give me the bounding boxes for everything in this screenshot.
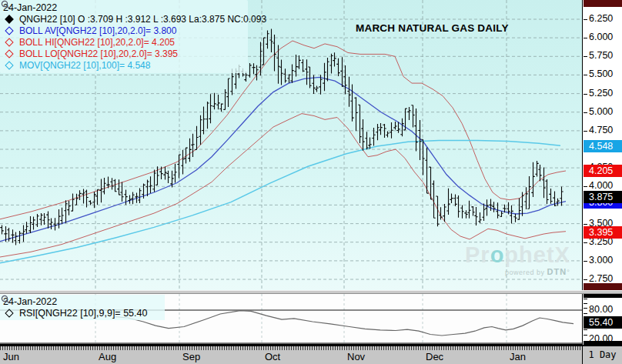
price-label-2.750: 2.750 [589, 273, 613, 284]
axis-tick [584, 131, 587, 132]
axis-tick [584, 335, 587, 336]
month-label-Jun: Jun [3, 351, 19, 362]
axis-tick [584, 186, 587, 187]
axis-tick [584, 313, 587, 314]
price-label-4.750: 4.750 [589, 125, 613, 135]
axis-tick [584, 261, 587, 262]
price-label-5.750: 5.750 [589, 50, 613, 61]
diamond-icon [5, 309, 13, 317]
last-price-badge: 3.875 [584, 191, 622, 203]
month-label-Jan: Jan [510, 351, 526, 362]
axis-scroll-up-bar[interactable] [584, 0, 622, 7]
axis-tick [584, 299, 587, 299]
axis-tick [584, 75, 587, 75]
rsi-legend: 24-Jan-2022 RSI[QNGH22 [10],9,9]= 55.40 [0, 295, 165, 320]
rsi-study-row[interactable]: RSI[QNGH22 [10],9,9]= 55.40 [3, 307, 165, 319]
axis-tick [584, 94, 587, 95]
magnifier-icon[interactable] [1, 295, 11, 305]
boll-lo-badge: 3.395 [584, 226, 622, 239]
diamond-icon [5, 61, 13, 69]
diamond-icon [5, 26, 13, 35]
month-label-Dec: Dec [426, 351, 443, 362]
month-label-Sep: Sep [182, 351, 200, 362]
rsi-date: 24-Jan-2022 [3, 296, 57, 307]
chart-date: 24-Jan-2022 [3, 2, 57, 13]
interval-selector[interactable]: 1 Day [582, 346, 622, 364]
time-axis-ticks [0, 346, 580, 350]
axis-tick [584, 224, 587, 225]
chart-window: 24-Jan-2022 QNGH22 [10] O :3.709 H :3.91… [0, 0, 622, 364]
price-label-3.000: 3.000 [589, 255, 613, 265]
price-chart-legend: 24-Jan-2022 QNGH22 [10] O :3.709 H :3.91… [0, 0, 248, 73]
axis-tick [584, 56, 587, 57]
legend-date-row[interactable]: 24-Jan-2022 [3, 2, 248, 13]
diamond-icon [5, 38, 13, 46]
legend-study-row-1[interactable]: BOLL AV[QNGH22 [10],20,2.0]= 3.800 [3, 25, 248, 36]
boll-hi-badge: 4.205 [584, 165, 622, 177]
axis-tick [584, 19, 587, 20]
legend-study-label: BOLL HI[QNGH22 [10],20,2.0]= 4.205 [19, 37, 175, 48]
legend-study-row-2[interactable]: BOLL HI[QNGH22 [10],20,2.0]= 4.205 [3, 36, 248, 48]
axis-tick [584, 242, 587, 243]
legend-study-row-4[interactable]: MOV[QNGH22 [10],100]= 4.548 [3, 59, 248, 71]
mov100-badge: 4.548 [584, 140, 622, 152]
legend-study-label: BOLL AV[QNGH22 [10],20,2.0]= 3.800 [19, 25, 176, 36]
legend-study-label: MOV[QNGH22 [10],100]= 4.548 [19, 60, 150, 71]
legend-study-label: BOLL LO[QNGH22 [10],20,2.0]= 3.395 [19, 48, 178, 59]
price-label-5.250: 5.250 [589, 88, 613, 99]
time-axis[interactable]: 1 Day JunAugSepOctNovDecJan [0, 345, 622, 364]
rsi-value-badge: 55.40 [584, 316, 622, 329]
diamond-icon [5, 49, 13, 58]
price-axis[interactable]: 6.2506.0005.7505.5005.2505.0004.7504.500… [582, 0, 622, 290]
rsi-axis-top-bar [584, 294, 622, 298]
price-chart-plot[interactable]: 24-Jan-2022 QNGH22 [10] O :3.709 H :3.91… [0, 0, 582, 290]
month-label-Oct: Oct [265, 351, 280, 362]
axis-tick [584, 303, 587, 304]
axis-scroll-down-bar[interactable] [584, 283, 622, 290]
chart-title: MARCH NATURAL GAS DAILY [356, 22, 509, 34]
boll-av-line [0, 77, 566, 241]
axis-tick [584, 279, 587, 280]
rsi-study-label: RSI[QNGH22 [10],9,9]= 55.40 [19, 308, 147, 319]
axis-tick [584, 38, 587, 38]
rsi-date-row[interactable]: 24-Jan-2022 [3, 296, 165, 307]
price-label-6.000: 6.000 [589, 32, 613, 42]
magnifier-icon[interactable] [1, 0, 11, 10]
rsi-label-20.00: 20.00 [589, 333, 613, 344]
boll-lo-line [0, 114, 566, 257]
month-label-Aug: Aug [99, 351, 116, 362]
rsi-plot[interactable]: 24-Jan-2022 RSI[QNGH22 [10],9,9]= 55.40 [0, 294, 582, 345]
axis-tick [584, 308, 587, 309]
price-label-4.000: 4.000 [589, 180, 613, 191]
axis-tick [584, 112, 587, 113]
price-label-5.500: 5.500 [589, 68, 613, 79]
interval-label: 1 Day [583, 349, 622, 360]
axis-tick [584, 329, 587, 330]
rsi-axis[interactable]: 80.0020.0055.40 [582, 294, 622, 345]
diamond-icon [5, 15, 13, 23]
price-label-5.000: 5.000 [589, 106, 613, 117]
legend-study-row-3[interactable]: BOLL LO[QNGH22 [10],20,2.0]= 3.395 [3, 48, 248, 59]
month-label-Nov: Nov [347, 351, 365, 362]
rsi-label-80.00: 80.00 [589, 304, 613, 315]
price-label-6.250: 6.250 [589, 13, 613, 24]
legend-study-label: QNGH22 [10] O :3.709 H :3.912 L :3.693 L… [19, 14, 266, 25]
legend-study-row-0[interactable]: QNGH22 [10] O :3.709 H :3.912 L :3.693 L… [3, 13, 248, 25]
